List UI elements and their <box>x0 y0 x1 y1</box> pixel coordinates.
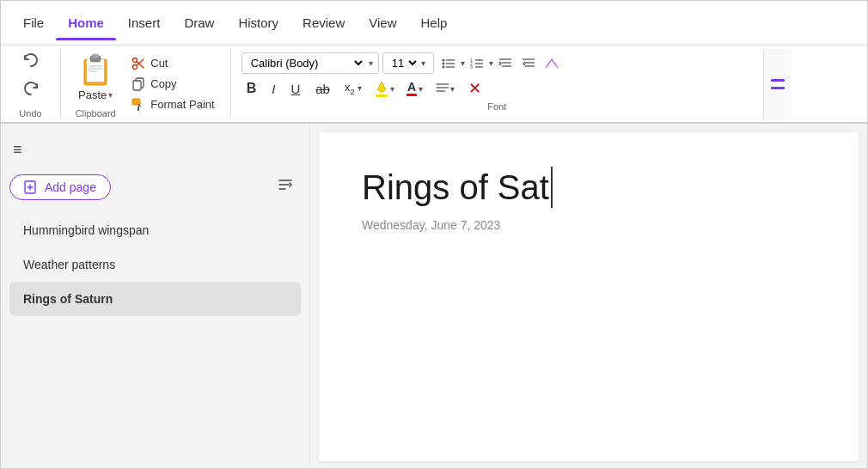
svg-point-14 <box>442 58 444 61</box>
paste-label: Paste <box>78 88 107 101</box>
cut-icon <box>131 57 145 70</box>
menu-review[interactable]: Review <box>290 10 357 35</box>
sort-icon <box>277 176 294 193</box>
svg-point-16 <box>442 65 444 68</box>
strikethrough-button[interactable]: ab <box>310 79 335 99</box>
unordered-list-icon <box>442 58 455 70</box>
menu-history[interactable]: History <box>226 10 290 35</box>
unordered-list-button[interactable] <box>437 55 460 72</box>
paste-button[interactable]: Paste ▾ <box>71 49 119 105</box>
font-label: Font <box>241 101 753 112</box>
underline-button[interactable]: U <box>285 79 305 99</box>
font-color-button[interactable]: A ▾ <box>403 79 426 98</box>
ordered-list-button[interactable]: 1. 2. 3. <box>466 55 488 72</box>
menu-bar: File Home Insert Draw History Review Vie… <box>1 1 867 46</box>
clear-formatting-button[interactable]: ✕ <box>464 77 486 100</box>
paste-icon <box>80 52 111 88</box>
font-family-dropdown[interactable]: Calibri (Body) <box>248 56 365 70</box>
font-row1: Calibri (Body) ▾ 11 ▾ <box>241 52 753 74</box>
indent-increase-icon <box>498 58 512 70</box>
ribbon: Undo Paste ▾ <box>1 46 867 123</box>
menu-insert[interactable]: Insert <box>116 10 173 35</box>
undo-button[interactable] <box>16 50 46 76</box>
cut-action[interactable]: Cut <box>126 54 219 73</box>
text-cursor <box>551 167 553 208</box>
highlight-color-button[interactable]: ▾ <box>371 78 398 99</box>
add-page-button[interactable]: Add page <box>9 174 111 200</box>
align-icon <box>436 82 449 94</box>
format-paint-action[interactable]: Format Paint <box>126 95 219 114</box>
indent-increase-button[interactable] <box>494 55 517 72</box>
svg-rect-12 <box>133 81 141 90</box>
font-size-select[interactable]: 11 ▾ <box>382 52 434 74</box>
left-panel: ≡ Add page Hummingb <box>1 124 310 469</box>
style-icon <box>545 58 559 70</box>
indent-decrease-button[interactable] <box>517 55 540 72</box>
hamburger-button[interactable]: ≡ <box>9 137 26 162</box>
svg-rect-1 <box>87 59 104 82</box>
indent-decrease-icon <box>522 58 535 70</box>
ordered-list-arrow[interactable]: ▾ <box>489 58 493 68</box>
page-item-rings[interactable]: Rings of Saturn <box>9 282 301 316</box>
list-buttons: ▾ 1. 2. 3. ▾ <box>437 55 563 72</box>
page-item-hummingbird[interactable]: Hummingbird wingspan <box>9 213 301 247</box>
sort-button[interactable] <box>270 173 301 201</box>
bold-button[interactable]: B <box>241 78 262 99</box>
copy-label: Copy <box>150 77 176 90</box>
add-page-label: Add page <box>45 180 96 194</box>
menu-help[interactable]: Help <box>409 10 460 35</box>
svg-rect-3 <box>92 54 99 58</box>
font-dropdown-arrow-icon: ▾ <box>369 58 373 68</box>
size-dropdown-arrow-icon: ▾ <box>421 58 425 68</box>
clipboard-actions: Cut Copy Format Paint <box>126 54 219 114</box>
font-size-dropdown[interactable]: 11 <box>388 56 419 70</box>
undo-label: Undo <box>19 108 41 119</box>
add-page-row: Add page <box>9 173 301 201</box>
format-paint-label: Format Paint <box>150 98 214 111</box>
page-item-weather[interactable]: Weather patterns <box>9 247 301 282</box>
copy-action[interactable]: Copy <box>126 75 219 94</box>
content-area: ≡ Add page Hummingb <box>1 124 867 469</box>
menu-view[interactable]: View <box>357 10 408 35</box>
font-row2: B I U ab x2 ▾ ▾ A <box>241 77 753 100</box>
copy-icon <box>131 77 145 91</box>
menu-home[interactable]: Home <box>56 10 116 35</box>
format-paint-icon <box>131 98 145 112</box>
svg-point-15 <box>442 62 444 64</box>
menu-draw[interactable]: Draw <box>172 10 226 35</box>
undo-section: Undo <box>1 49 61 119</box>
font-section: Calibri (Body) ▾ 11 ▾ <box>231 49 764 119</box>
menu-file[interactable]: File <box>11 10 56 35</box>
page-title[interactable]: Rings of Sat <box>362 167 816 208</box>
clipboard-label: Clipboard <box>76 108 116 119</box>
style-button[interactable] <box>541 55 563 72</box>
page-date: Wednesday, June 7, 2023 <box>362 218 816 232</box>
subscript-button[interactable]: x2 ▾ <box>340 78 366 99</box>
redo-button[interactable] <box>16 78 46 105</box>
font-family-select[interactable]: Calibri (Body) ▾ <box>241 52 379 74</box>
extra-line-1 <box>771 79 785 82</box>
svg-rect-13 <box>132 99 140 105</box>
italic-button[interactable]: I <box>266 79 280 99</box>
extra-lines <box>771 79 785 89</box>
page-title-text: Rings of Sat <box>362 167 549 208</box>
paste-chevron-icon[interactable]: ▾ <box>108 90 113 100</box>
align-button[interactable]: ▾ <box>431 81 459 96</box>
main-content: Rings of Sat Wednesday, June 7, 2023 <box>319 132 859 461</box>
cut-label: Cut <box>150 57 168 70</box>
highlight-icon <box>375 80 388 94</box>
clipboard-section: Paste ▾ Clipboard Cut <box>61 49 231 119</box>
page-list: Hummingbird wingspan Weather patterns Ri… <box>9 213 301 316</box>
svg-text:3.: 3. <box>470 64 474 69</box>
undo-group <box>16 50 46 105</box>
extra-section <box>764 49 792 119</box>
add-page-icon <box>24 180 38 194</box>
extra-line-2 <box>771 87 785 89</box>
ordered-list-icon: 1. 2. 3. <box>470 58 484 70</box>
unordered-list-arrow[interactable]: ▾ <box>461 58 465 68</box>
